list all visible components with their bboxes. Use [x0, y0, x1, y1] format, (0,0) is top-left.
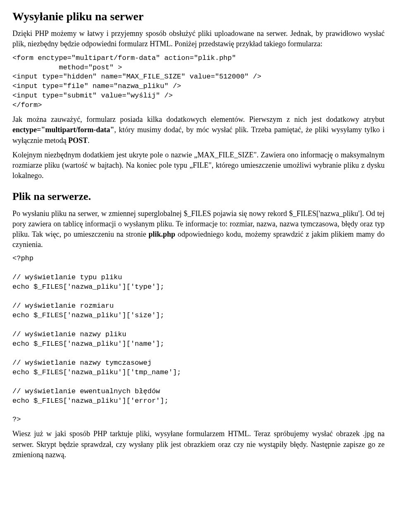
text: . [88, 136, 90, 145]
bold-post: POST [68, 136, 88, 145]
heading-server: Plik na serwerze. [12, 189, 385, 204]
code-form-example: <form enctype="multipart/form-data" acti… [12, 54, 385, 111]
bold-plikphp: plik.php [148, 230, 175, 238]
text: Jak można zauważyć, formularz posiada ki… [12, 115, 385, 124]
heading-upload: Wysyłanie pliku na serwer [12, 8, 385, 24]
code-php-example: <?php // wyświetlanie typu pliku echo $_… [12, 254, 385, 425]
paragraph-outro: Wiesz już w jaki sposób PHP tarktuje pli… [12, 429, 385, 460]
paragraph-intro: Dzięki PHP możemy w łatwy i przyjemny sp… [12, 28, 385, 49]
bold-enctype: enctype="multipart/form-data" [12, 126, 114, 134]
paragraph-enctype: Jak można zauważyć, formularz posiada ki… [12, 114, 385, 146]
paragraph-maxfilesize: Kolejnym niezbędnym dodatkiem jest ukryt… [12, 150, 385, 181]
paragraph-files-array: Po wysłaniu pliku na serwer, w zmiennej … [12, 209, 385, 250]
